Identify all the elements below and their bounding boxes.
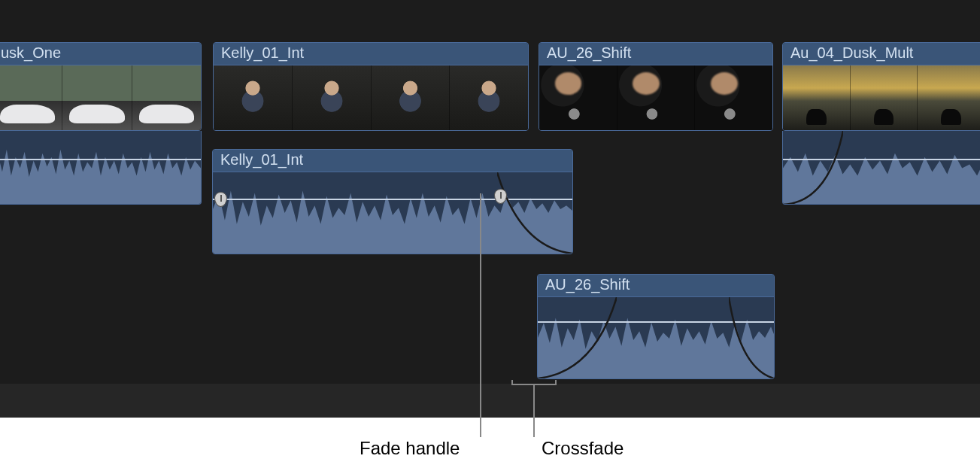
volume-line[interactable] — [0, 159, 201, 160]
audio-clip-shift[interactable]: AU_26_Shift — [537, 274, 775, 379]
video-clip-2[interactable]: Kelly_01_Int — [213, 42, 529, 131]
clip-thumbnails — [0, 65, 201, 130]
audio-clip-attached-1[interactable] — [0, 131, 202, 205]
callout-label-crossfade: Crossfade — [542, 438, 623, 459]
clip-title: Au_04_Dusk_Mult — [783, 43, 980, 65]
callout-bracket-crossfade-left — [511, 380, 513, 385]
clip-title: AU_26_Shift — [539, 43, 772, 65]
fade-in-curve — [538, 297, 617, 379]
volume-line[interactable] — [538, 321, 774, 323]
audio-clip-attached-4[interactable] — [782, 131, 980, 205]
clip-thumbnails — [783, 65, 980, 130]
volume-line[interactable] — [213, 199, 572, 200]
waveform — [783, 131, 980, 204]
waveform — [538, 297, 774, 378]
clip-thumbnails — [539, 65, 772, 130]
waveform — [213, 172, 572, 254]
fade-out-curve — [497, 172, 572, 254]
timeline[interactable]: usk_One Kelly_01_Int AU_26_Shift Au_04_D… — [0, 0, 980, 418]
fade-handle-out[interactable] — [494, 189, 507, 204]
callout-label-fade-handle: Fade handle — [360, 438, 460, 459]
callout-line-fade-handle — [480, 193, 481, 437]
video-clip-3[interactable]: AU_26_Shift — [539, 42, 773, 131]
fade-handle-in[interactable] — [214, 192, 227, 207]
volume-line[interactable] — [783, 159, 980, 160]
video-clip-1[interactable]: usk_One — [0, 42, 202, 131]
video-clip-4[interactable]: Au_04_Dusk_Mult — [782, 42, 980, 131]
fade-out-curve — [729, 297, 774, 379]
clip-title: usk_One — [0, 43, 201, 65]
clip-title: Kelly_01_Int — [214, 43, 528, 65]
timeline-footer — [0, 384, 980, 418]
fade-in-curve — [783, 131, 843, 205]
clip-title: Kelly_01_Int — [213, 150, 572, 172]
waveform — [0, 131, 201, 204]
callout-line-crossfade — [533, 384, 535, 437]
audio-clip-kelly[interactable]: Kelly_01_Int — [212, 149, 573, 254]
callout-bracket-crossfade-right — [555, 380, 557, 385]
clip-thumbnails — [214, 65, 528, 130]
clip-title: AU_26_Shift — [538, 275, 774, 297]
